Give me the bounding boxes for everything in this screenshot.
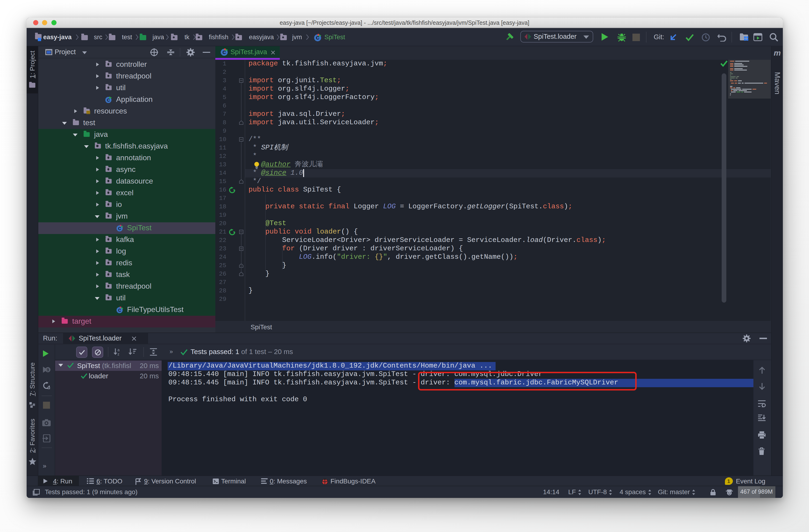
svg-text:C: C — [316, 35, 319, 40]
svg-text:C: C — [118, 226, 121, 231]
svg-text:a: a — [118, 348, 120, 352]
svg-text:C: C — [107, 98, 110, 102]
svg-text:C: C — [118, 308, 121, 312]
svg-text:C: C — [222, 50, 226, 55]
svg-text:9: 9 — [47, 367, 49, 372]
svg-text:z: z — [118, 352, 119, 356]
